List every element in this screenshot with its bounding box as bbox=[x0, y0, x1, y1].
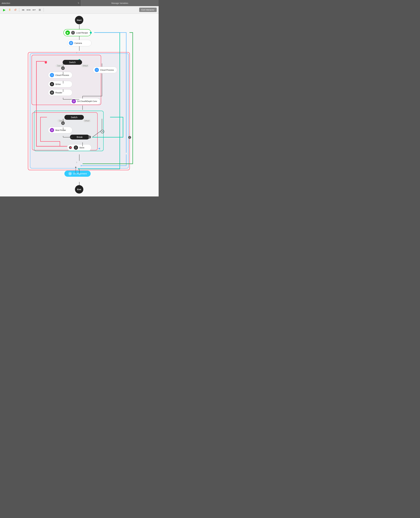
plus-switch2-left[interactable]: + bbox=[61, 121, 65, 125]
break-node[interactable]: Break 1 bbox=[70, 135, 89, 140]
dropdown-icon: ⇅ bbox=[78, 2, 79, 4]
da-cloud-icon bbox=[72, 99, 76, 104]
reader-pill: Reader bbox=[48, 89, 72, 96]
camera-node[interactable]: Camera bbox=[67, 40, 91, 46]
reader-node[interactable]: Reader bbox=[48, 89, 72, 96]
outer-badge-1: 1 bbox=[128, 136, 131, 139]
store-node[interactable]: Store bbox=[67, 144, 91, 151]
group-bottom-chevron: › bbox=[76, 160, 77, 164]
plus-switch1-left[interactable]: + bbox=[61, 66, 65, 70]
cloud-process-1-icon bbox=[50, 73, 54, 77]
switch2-node[interactable]: Switch Case 1 Default bbox=[64, 115, 84, 120]
da-alignment: DA Alignment bbox=[64, 170, 91, 177]
manage-variables-label: Manage Variables bbox=[111, 2, 128, 4]
play-badge: ▶ bbox=[65, 30, 70, 35]
svg-point-32 bbox=[51, 83, 53, 85]
mod-finder-node[interactable]: Mod Finder bbox=[48, 127, 72, 133]
svg-point-34 bbox=[52, 92, 52, 93]
end-circle: End bbox=[75, 185, 83, 193]
store-icon bbox=[74, 146, 78, 150]
end-node[interactable]: End bbox=[75, 185, 83, 193]
start-node[interactable]: Start bbox=[75, 16, 83, 24]
camera-pill: Camera bbox=[67, 40, 91, 46]
pink-connector-dot bbox=[45, 61, 47, 64]
app-container: detection ⇅ Manage Variables ▶ ⏸ ↺ ⏮ ⏭⏭ … bbox=[0, 0, 159, 196]
toolbar: ▶ ⏸ ↺ ⏮ ⏭⏭ ⏭▶ ⊞ Exit Interactor bbox=[0, 6, 159, 14]
break-pill: Break 1 bbox=[70, 135, 89, 140]
exit-interactor-button[interactable]: Exit Interactor bbox=[139, 7, 157, 12]
switch1-node[interactable]: Switch Case 1 Default bbox=[63, 60, 82, 65]
mod-finder-pill: Mod Finder bbox=[48, 127, 72, 133]
svg-point-31 bbox=[71, 43, 71, 43]
writer-pill: Writer bbox=[48, 81, 72, 87]
start-circle: Start bbox=[75, 16, 83, 24]
da-alignment-icon bbox=[68, 172, 72, 175]
da-cloud-node[interactable]: DA CloudNDepth Conv bbox=[70, 98, 100, 104]
svg-rect-30 bbox=[70, 42, 72, 44]
default1-label: Default bbox=[81, 65, 89, 67]
load-recipe-right-dot bbox=[90, 32, 92, 34]
pause-button[interactable]: ⏸ bbox=[8, 7, 12, 12]
top-bar-right: Manage Variables bbox=[81, 0, 159, 6]
load-recipe-icon bbox=[71, 31, 75, 35]
canvas-area[interactable]: Start ▶ Load Recipe Camera bbox=[0, 14, 159, 196]
play-button[interactable]: ▶ bbox=[2, 7, 7, 12]
toolbar-separator-2 bbox=[44, 8, 44, 12]
step-over-button[interactable]: ⏭⏭ bbox=[26, 7, 31, 12]
pink-arrow-icon bbox=[69, 146, 72, 149]
cloud-process-1-pill: Cloud Process bbox=[48, 72, 72, 78]
debug-button[interactable]: ⊞ bbox=[38, 7, 42, 12]
step-out-button[interactable]: ⏭▶ bbox=[32, 7, 37, 12]
break-badge: 1 bbox=[88, 136, 91, 139]
step-into-button[interactable]: ⏮ bbox=[21, 7, 25, 12]
store-pill: Store bbox=[67, 144, 91, 151]
camera-icon bbox=[69, 41, 73, 45]
switch1: Switch Case 1 Default bbox=[63, 60, 82, 65]
cloud-process-2-pill: Cloud Process bbox=[93, 67, 117, 73]
plus-switch2-right[interactable]: + bbox=[101, 130, 104, 133]
da-cloud-pill: DA CloudNDepth Conv bbox=[70, 98, 100, 104]
default2-label: Default bbox=[83, 120, 91, 122]
load-recipe-pill: ▶ Load Recipe bbox=[63, 29, 91, 36]
cloud-process-1-node[interactable]: Cloud Process bbox=[48, 72, 72, 78]
cloud-process-2-icon bbox=[95, 68, 99, 72]
cloud-process-2-node[interactable]: Cloud Process bbox=[93, 67, 117, 73]
top-bar: detection ⇅ Manage Variables bbox=[0, 0, 159, 6]
blue-arrow-into-store: ◄ bbox=[98, 147, 101, 150]
workflow-title: detection bbox=[2, 2, 10, 4]
mod-finder-icon bbox=[50, 128, 54, 132]
svg-point-29 bbox=[72, 32, 74, 34]
writer-node[interactable]: Writer bbox=[48, 81, 72, 87]
switch2: Switch Case 1 Default bbox=[64, 115, 84, 120]
toolbar-separator bbox=[19, 8, 19, 12]
writer-icon bbox=[50, 82, 54, 86]
refresh-button[interactable]: ↺ bbox=[13, 7, 17, 12]
da-alignment-node[interactable]: DA Alignment bbox=[64, 170, 91, 177]
svg-rect-39 bbox=[75, 147, 77, 148]
reader-icon bbox=[50, 90, 54, 95]
load-recipe-node[interactable]: ▶ Load Recipe bbox=[63, 29, 91, 36]
top-bar-left[interactable]: detection ⇅ bbox=[0, 0, 81, 6]
